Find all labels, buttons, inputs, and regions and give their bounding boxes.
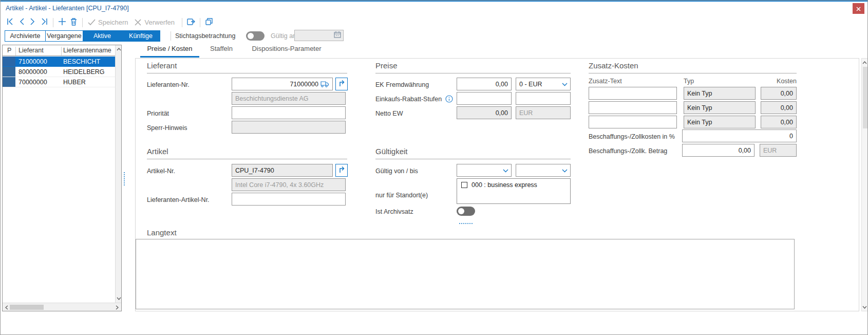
discard-label: Verwerfen: [145, 18, 175, 26]
info-icon[interactable]: [445, 95, 453, 105]
zollk-betrag-label: Beschaffungs-/Zollk. Betrag: [589, 147, 667, 155]
supplier-list-vertical-scrollbar[interactable]: [115, 45, 121, 303]
scroll-up-icon[interactable]: [116, 46, 122, 52]
previous-record-icon: [18, 17, 25, 28]
calendar-icon: [334, 31, 341, 40]
panel-splitter-handle[interactable]: [124, 172, 125, 185]
last-record-button[interactable]: [39, 17, 50, 28]
toolbar-separator: [53, 18, 53, 27]
tab-dispositions-parameter[interactable]: Dispositions-Parameter: [251, 45, 323, 56]
copy-record-button[interactable]: [203, 17, 215, 28]
filter-archivierte-button[interactable]: Archivierte: [5, 30, 46, 42]
zollkosten-pct-field[interactable]: 0: [682, 129, 797, 142]
previous-record-button[interactable]: [16, 17, 27, 28]
ek-value: 0,00: [496, 81, 508, 88]
zollk-betrag-field[interactable]: 0,00: [682, 144, 754, 157]
zollk-currency: EUR: [763, 147, 777, 154]
zusatz-text-field-3[interactable]: [589, 116, 677, 128]
active-tab-underline: [140, 56, 199, 58]
rabatt-stufen-field-1[interactable]: [457, 92, 512, 105]
kosten-field-1: 0,00: [761, 87, 797, 100]
lieferanten-artikel-nr-field[interactable]: [232, 193, 346, 206]
window-title: Artikel - Artikel - Lieferanten [CPU_I7-…: [6, 5, 129, 12]
typ-value-1: Kein Typ: [687, 90, 712, 97]
typ-column-header: Typ: [684, 78, 694, 85]
discard-button[interactable]: Verwerfen: [133, 17, 176, 28]
zusatz-text-field-2[interactable]: [589, 101, 677, 114]
table-row[interactable]: 80000000 HEIDELBERG: [3, 67, 116, 77]
scrollbar-thumb[interactable]: [10, 305, 44, 310]
stichtag-toggle[interactable]: [246, 31, 265, 41]
last-record-icon: [40, 17, 48, 28]
filter-bar: Archivierte Vergangene Aktive Künftige S…: [1, 30, 867, 44]
cell-lieferant: 70000000: [18, 79, 47, 86]
supplier-list-horizontal-scrollbar[interactable]: [3, 303, 121, 311]
zollk-betrag-currency-field: EUR: [760, 144, 797, 157]
content-vertical-scrollbar[interactable]: [861, 58, 868, 311]
first-record-icon: [6, 17, 14, 28]
lieferanten-nr-field[interactable]: 71000000: [232, 78, 333, 90]
save-button[interactable]: Speichern: [86, 17, 129, 28]
filter-kuenftige-button[interactable]: Künftige: [121, 30, 160, 42]
langtext-textarea[interactable]: [136, 239, 795, 309]
lieferant-open-button[interactable]: [335, 78, 348, 90]
prioritaet-field[interactable]: [232, 106, 346, 119]
tab-staffeln[interactable]: Staffeln: [204, 45, 238, 56]
scroll-right-icon[interactable]: [114, 304, 120, 310]
next-record-button[interactable]: [27, 17, 39, 28]
toolbar-separator: [200, 18, 200, 27]
gueltig-bis-select[interactable]: [516, 164, 571, 177]
filter-vergangene-button[interactable]: Vergangene: [45, 30, 83, 42]
first-record-button[interactable]: [5, 17, 16, 28]
filter-aktive-button[interactable]: Aktive: [83, 30, 122, 42]
column-divider: [15, 47, 16, 55]
cell-lieferantenname: HUBER: [63, 79, 86, 86]
prioritaet-label: Priorität: [147, 110, 169, 117]
title-bar: Artikel - Artikel - Lieferanten [CPU_I7-…: [1, 2, 867, 15]
filter-separator: [171, 31, 171, 41]
ek-fremdwaehrung-field[interactable]: 0,00: [457, 78, 512, 90]
section-splitter-handle[interactable]: [459, 223, 473, 224]
standorte-label: nur für Standort(e): [375, 192, 428, 199]
column-header-lieferant[interactable]: Lieferant: [18, 47, 44, 54]
scroll-down-icon[interactable]: [862, 304, 867, 310]
section-heading-preise: Preise: [375, 61, 398, 70]
scrollbar-thumb[interactable]: [863, 67, 867, 128]
gueltig-am-date-field[interactable]: [294, 30, 344, 41]
column-header-p[interactable]: P: [7, 47, 11, 54]
cell-lieferantenname: HEIDELBERG: [63, 68, 105, 76]
scroll-down-icon[interactable]: [116, 295, 122, 302]
ek-fremdwaehrung-label: EK Fremdwährung: [375, 81, 429, 88]
rabatt-stufen-field-2[interactable]: [516, 92, 571, 105]
artikel-open-button[interactable]: [335, 164, 348, 177]
artikel-nr-field: CPU_I7-4790: [232, 164, 333, 177]
add-record-button[interactable]: [56, 17, 68, 28]
column-header-lieferantenname[interactable]: Lieferantenname: [63, 47, 111, 54]
scroll-up-icon[interactable]: [862, 60, 867, 65]
close-icon: [856, 4, 861, 13]
kosten-field-3: 0,00: [761, 116, 797, 128]
gueltig-von-select[interactable]: [457, 164, 512, 177]
priority-cell: [3, 57, 15, 66]
x-icon: [133, 17, 144, 28]
table-row[interactable]: 70000000 HUBER: [3, 77, 116, 87]
transfer-button[interactable]: [185, 17, 197, 28]
table-row[interactable]: 71000000 BESCHICHT: [3, 57, 116, 67]
netto-ew-label: Netto EW: [375, 110, 403, 117]
standort-checkbox[interactable]: [461, 182, 467, 188]
tab-preise-kosten[interactable]: Preise / Kosten: [140, 45, 199, 56]
app-window: Artikel - Artikel - Lieferanten [CPU_I7-…: [0, 0, 868, 335]
close-button[interactable]: [853, 3, 864, 14]
delete-record-button[interactable]: [68, 17, 79, 28]
priority-cell: [3, 77, 15, 87]
standorte-listbox[interactable]: 000 : business express: [457, 178, 571, 204]
ist-archivsatz-toggle[interactable]: [457, 207, 475, 216]
zusatz-text-field-1[interactable]: [589, 87, 677, 100]
copy-icon: [205, 17, 213, 28]
record-filter-segment: Archivierte Vergangene Aktive Künftige: [5, 30, 160, 42]
typ-value-3: Kein Typ: [687, 119, 712, 126]
scroll-left-icon[interactable]: [4, 304, 10, 310]
ek-currency-select[interactable]: 0 - EUR: [516, 78, 571, 90]
transfer-record-icon: [186, 17, 196, 28]
typ-field-1: Kein Typ: [684, 87, 756, 100]
